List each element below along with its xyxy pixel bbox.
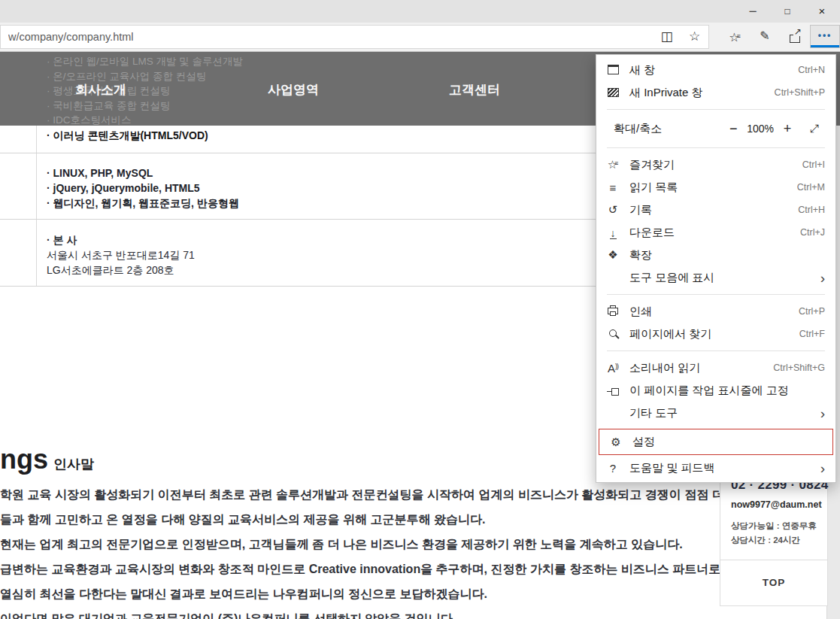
more-options-button[interactable]: •••	[810, 25, 840, 48]
menu-shortcut: Ctrl+I	[802, 159, 825, 170]
gear-icon: ⚙	[599, 435, 632, 449]
greeting-line: 현재는 업계 최고의 전문기업으로 인정받으며, 고객님들께 좀 더 나은 비즈…	[0, 532, 732, 557]
menu-divider	[607, 109, 825, 110]
submenu-chevron-icon: ›	[820, 271, 825, 285]
greeting-line: 이었다면 많은 대기업과 교육전문기업이 (주)나우컴퍼니를 선택하지 않았을 …	[0, 606, 732, 619]
menu-item-label: 소리내어 읽기	[629, 361, 773, 375]
menu-item-label: 즐겨찾기	[629, 158, 802, 172]
service-item: · 국비환급교육 종합 컨설팅	[47, 99, 243, 114]
menu-item-history[interactable]: ↺ 기록 Ctrl+H	[596, 199, 835, 221]
menu-item-extensions[interactable]: ❖ 확장	[596, 244, 835, 266]
menu-shortcut: Ctrl+J	[800, 227, 825, 238]
zoom-label: 확대/축소	[614, 122, 662, 136]
greeting-line: 학원 교육 시장의 활성화되기 이전부터 최초로 관련 솔루션개발과 전문컨설팅…	[0, 482, 732, 507]
maximize-button[interactable]: □	[770, 0, 805, 23]
menu-item-find-on-page[interactable]: 페이지에서 찾기 Ctrl+F	[596, 323, 835, 345]
reading-list-icon: ≡	[596, 181, 629, 194]
address-block: · 본 사 서울시 서초구 반포대로14길 71 LG서초에클라트 2층 208…	[47, 232, 195, 278]
menu-item-label: 기록	[629, 203, 798, 217]
zoom-value: 100%	[747, 123, 774, 135]
fullscreen-icon[interactable]: ⤢	[801, 122, 828, 135]
menu-item-help-feedback[interactable]: ? 도움말 및 피드백 ›	[596, 457, 835, 479]
address-bar[interactable]: w/company/company.html ◫ ☆	[0, 25, 709, 49]
search-icon	[596, 328, 629, 341]
reading-view-icon[interactable]: ◫	[653, 26, 681, 48]
web-note-pen-icon[interactable]: ✎	[750, 25, 780, 48]
menu-shortcut: Ctrl+Shift+G	[773, 363, 825, 373]
nav-item-business[interactable]: 사업영역	[268, 81, 319, 99]
greeting-line: 들과 함께 고민하고 온 열정을 다해 양질의 교육서비스의 제공을 위해 고군…	[0, 507, 732, 532]
menu-shortcut: Ctrl+N	[798, 65, 825, 75]
settings-highlight-box: ⚙ 설정	[599, 429, 833, 455]
contact-days: 상담가능일 : 연중무휴	[731, 520, 827, 532]
add-favorite-star-icon[interactable]: ☆	[681, 26, 708, 48]
menu-item-label: 도구 모음에 표시	[596, 271, 820, 285]
read-aloud-icon: A))	[596, 362, 629, 375]
history-icon: ↺	[596, 203, 629, 217]
menu-item-pin-to-taskbar[interactable]: 이 페이지를 작업 표시줄에 고정	[596, 379, 835, 402]
menu-divider	[607, 147, 825, 148]
tech-item: · 웹디자인, 웹기획, 웹표준코딩, 반응형웹	[47, 196, 239, 211]
service-item: · IDC호스팅서비스	[47, 113, 243, 128]
menu-item-label: 도움말 및 피드백	[629, 461, 820, 475]
menu-divider	[607, 350, 825, 351]
favorites-icon: ☆≡	[596, 158, 629, 171]
url-text[interactable]: w/company/company.html	[8, 31, 653, 43]
print-icon	[596, 305, 629, 318]
zoom-out-button[interactable]: −	[720, 121, 747, 137]
menu-item-favorites[interactable]: ☆≡ 즐겨찾기 Ctrl+I	[596, 153, 835, 176]
menu-item-downloads[interactable]: ↓ 다운로드 Ctrl+J	[596, 221, 835, 244]
menu-item-label: 기타 도구	[596, 406, 820, 420]
downloads-icon: ↓	[596, 226, 629, 239]
service-item: · 온라인 웹/모바일 LMS 개발 및 솔루션개발	[47, 54, 243, 69]
greeting-heading: ings인사말	[0, 444, 94, 475]
menu-shortcut: Ctrl+Shift+P	[775, 87, 825, 98]
close-button[interactable]: ×	[805, 0, 839, 23]
menu-item-label: 확장	[629, 248, 825, 262]
submenu-chevron-icon: ›	[820, 406, 825, 420]
contact-hours: 상담시간 : 24시간	[731, 535, 827, 546]
menu-item-read-aloud[interactable]: A)) 소리내어 읽기 Ctrl+Shift+G	[596, 357, 835, 379]
address-line: LG서초에클라트 2층 208호	[47, 262, 195, 278]
extensions-icon: ❖	[596, 248, 629, 262]
menu-divider	[607, 294, 825, 295]
greeting-paragraphs: 학원 교육 시장의 활성화되기 이전부터 최초로 관련 솔루션개발과 전문컨설팅…	[0, 482, 732, 619]
scroll-to-top-button[interactable]: TOP	[720, 560, 828, 606]
menu-item-new-window[interactable]: 새 창 Ctrl+N	[596, 59, 835, 81]
submenu-chevron-icon: ›	[820, 461, 825, 475]
menu-item-label: 이 페이지를 작업 표시줄에 고정	[629, 384, 825, 398]
contact-quick-box: 02 · 2299 · 0824 now9977@daum.net 상담가능일 …	[720, 465, 828, 606]
menu-item-label: 인쇄	[629, 305, 799, 319]
menu-item-new-inprivate-window[interactable]: 새 InPrivate 창 Ctrl+Shift+P	[596, 81, 835, 104]
tech-item: · jQuery, jQuerymobile, HTML5	[47, 181, 239, 196]
favorites-hub-icon[interactable]: ☆≡	[720, 25, 750, 48]
menu-shortcut: Ctrl+H	[798, 205, 825, 215]
menu-item-show-in-toolbar[interactable]: 도구 모음에 표시 ›	[596, 266, 835, 289]
inprivate-icon	[596, 86, 629, 99]
menu-item-settings[interactable]: ⚙ 설정	[599, 429, 832, 454]
new-window-icon	[596, 64, 629, 77]
menu-shortcut: Ctrl+M	[797, 182, 825, 193]
menu-item-label: 읽기 목록	[629, 181, 797, 195]
pin-icon	[596, 384, 629, 397]
minimize-button[interactable]: ─	[735, 0, 770, 23]
menu-item-print[interactable]: 인쇄 Ctrl+P	[596, 300, 835, 323]
menu-item-label: 페이지에서 찾기	[629, 327, 799, 341]
edge-more-menu: 새 창 Ctrl+N 새 InPrivate 창 Ctrl+Shift+P 확대…	[596, 54, 836, 483]
contact-email: now9977@daum.net	[731, 499, 827, 510]
menu-item-label: 새 창	[629, 63, 798, 77]
menu-shortcut: Ctrl+F	[799, 329, 825, 339]
share-icon[interactable]: ↗	[780, 25, 810, 48]
menu-item-reading-list[interactable]: ≡ 읽기 목록 Ctrl+M	[596, 176, 835, 199]
nav-item-company[interactable]: 회사소개	[75, 81, 126, 99]
greeting-heading-en: ings	[0, 444, 48, 475]
tech-item: · LINUX, PHP, MySQL	[47, 165, 239, 181]
browser-toolbar: w/company/company.html ◫ ☆ ☆≡ ✎ ↗ •••	[0, 23, 840, 52]
greeting-line: 급변하는 교육환경과 교육시장의 변화와 창조적 마인드로 Creative i…	[0, 557, 732, 581]
zoom-in-button[interactable]: +	[774, 121, 801, 137]
address-title: · 본 사	[47, 232, 195, 247]
menu-item-label: 다운로드	[629, 226, 800, 240]
menu-item-more-tools[interactable]: 기타 도구 ›	[596, 402, 835, 424]
nav-item-customer[interactable]: 고객센터	[449, 81, 500, 99]
menu-shortcut: Ctrl+P	[799, 306, 825, 317]
